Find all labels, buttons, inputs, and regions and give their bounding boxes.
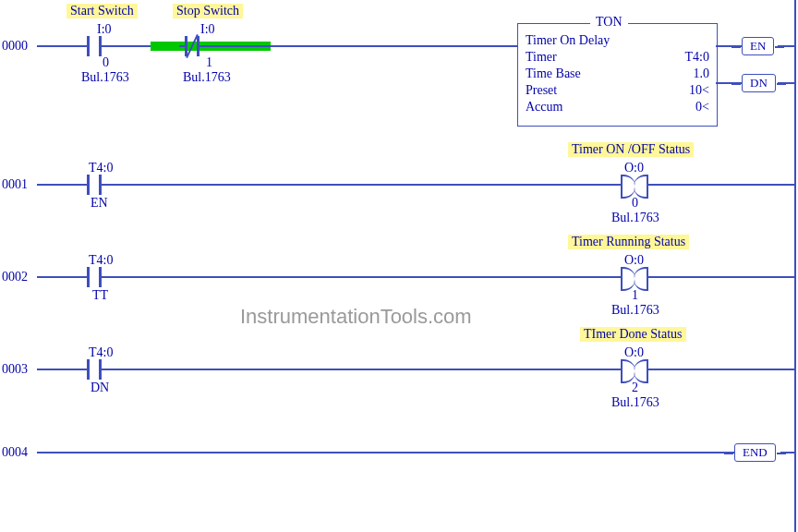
rung-0: 0000 Start Switch I:0 0 Bul.1763 Stop Sw… — [0, 0, 798, 120]
r3-out-label: TImer Done Status — [580, 327, 686, 342]
xic-t4tt-contact[interactable] — [81, 267, 107, 287]
xio-stop-contact[interactable] — [179, 36, 205, 56]
rung-number: 0002 — [2, 270, 28, 284]
wire — [205, 45, 517, 47]
rung-number: 0001 — [2, 177, 28, 192]
r2-out-addr: O:0 — [624, 253, 644, 268]
ton-line1: Timer On Delay — [526, 33, 610, 48]
ton-timer-label: Timer — [526, 50, 557, 65]
stop-switch-desc: Bul.1763 — [183, 70, 231, 85]
stop-switch-address: I:0 — [200, 22, 215, 37]
r1-out-label: Timer ON /OFF Status — [568, 142, 694, 157]
stop-switch-label: Stop Switch — [173, 4, 243, 18]
wire — [107, 276, 621, 278]
r2-in-addr: T4:0 — [89, 253, 113, 268]
r3-in-sub: DN — [91, 381, 109, 395]
ton-dn-output: DN — [742, 74, 776, 92]
ton-timer-val: T4:0 — [685, 50, 709, 65]
wire — [107, 184, 621, 186]
r3-out-addr: O:0 — [624, 345, 644, 360]
wire — [37, 452, 734, 453]
r2-out-label: Timer Running Status — [568, 235, 689, 249]
wire — [37, 45, 81, 47]
wire — [107, 369, 621, 370]
output-coil-1[interactable] — [621, 267, 648, 287]
r1-out-addr: O:0 — [624, 161, 644, 175]
r2-out-desc: Bul.1763 — [611, 303, 659, 318]
rung-number: 0003 — [2, 362, 28, 377]
start-switch-label: Start Switch — [66, 4, 138, 18]
rung-4: 0004 END — [0, 434, 798, 471]
start-switch-address: I:0 — [97, 22, 112, 37]
r1-out-bit: 0 — [632, 196, 638, 211]
dn-label: DN — [750, 76, 768, 90]
ton-preset-label: Preset — [526, 83, 557, 98]
xic-t4en-contact[interactable] — [81, 175, 107, 195]
end-instruction: END — [734, 443, 776, 462]
r2-out-bit: 1 — [632, 288, 638, 303]
wire — [778, 82, 796, 84]
wire — [37, 369, 81, 370]
xic-start-contact[interactable] — [81, 36, 107, 56]
output-coil-2[interactable] — [621, 359, 648, 380]
r1-in-addr: T4:0 — [89, 161, 113, 175]
wire — [37, 184, 81, 186]
output-coil-0[interactable] — [621, 175, 648, 195]
rung-number: 0000 — [2, 39, 28, 54]
ton-instruction-block[interactable]: TON Timer On Delay TimerT4:0 Time Base1.… — [517, 23, 718, 127]
ton-timebase-label: Time Base — [526, 66, 581, 81]
rung-3: 0003 T4:0 DN TImer Done Status O:0 2 Bul… — [0, 323, 798, 416]
start-switch-bit: 0 — [103, 55, 109, 70]
rung-1: 0001 T4:0 EN Timer ON /OFF Status O:0 0 … — [0, 139, 798, 231]
r1-in-sub: EN — [91, 196, 108, 211]
wire — [648, 276, 796, 278]
ton-preset-val: 10< — [689, 83, 709, 98]
wire — [648, 369, 796, 370]
ton-timebase-val: 1.0 — [694, 66, 710, 81]
r3-in-addr: T4:0 — [89, 345, 113, 360]
r3-out-bit: 2 — [632, 381, 638, 395]
en-label: EN — [750, 39, 766, 53]
r2-in-sub: TT — [92, 288, 108, 303]
xic-t4dn-contact[interactable] — [81, 359, 107, 380]
wire — [778, 45, 796, 47]
wire — [37, 276, 81, 278]
stop-switch-bit: 1 — [206, 55, 212, 70]
r1-out-desc: Bul.1763 — [611, 211, 659, 225]
wire — [648, 184, 796, 186]
end-label: END — [743, 445, 768, 459]
ton-accum-label: Accum — [526, 100, 562, 115]
rung-number: 0004 — [2, 445, 28, 460]
r3-out-desc: Bul.1763 — [611, 395, 659, 410]
start-switch-desc: Bul.1763 — [81, 70, 129, 85]
wire — [780, 452, 796, 453]
ton-accum-val: 0< — [695, 100, 709, 115]
ton-title: TON — [590, 15, 628, 30]
ton-en-output: EN — [742, 37, 774, 55]
